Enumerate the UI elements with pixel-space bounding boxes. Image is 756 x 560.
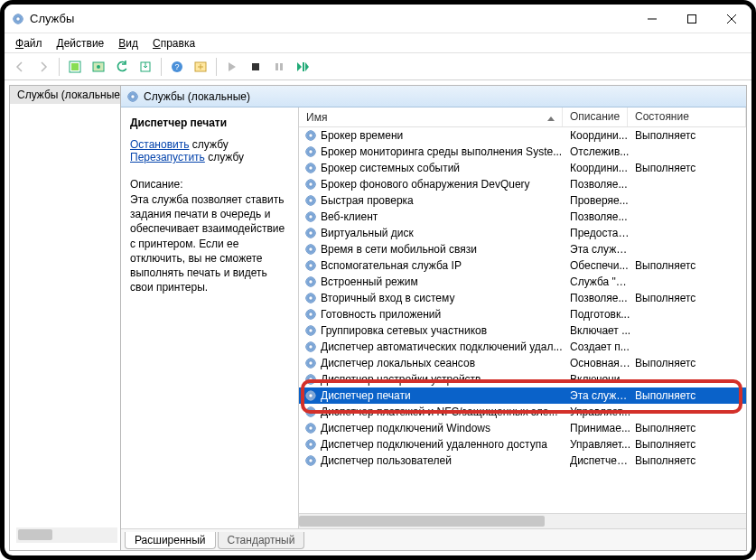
title-bar: Службы [5,5,751,33]
service-row[interactable]: Диспетчер подключений удаленного доступа… [299,436,746,453]
tab-standard[interactable]: Стандартный [218,532,305,549]
toolbar-btn-2[interactable] [89,57,108,77]
sort-indicator-icon [547,111,555,124]
tab-extended[interactable]: Расширенный [125,532,216,549]
svg-rect-13 [280,63,283,70]
service-icon [304,227,317,239]
service-row[interactable]: Брокер фонового обнаружения DevQuery Поз… [299,176,746,192]
service-icon [304,259,317,272]
service-icon [304,243,317,256]
close-button[interactable] [712,5,751,33]
svg-text:?: ? [174,62,179,71]
tree-item-label: Службы (локальные) [17,89,121,101]
service-desc: Позволяе... [570,210,635,223]
service-row[interactable]: Группировка сетевых участников Включает … [299,322,746,339]
col-name[interactable]: Имя [299,107,563,126]
service-name: Брокер системных событий [321,162,570,174]
desc-text: Эта служба позволяет ставить задания печ… [130,192,289,294]
service-row[interactable]: Брокер мониторинга среды выполнения Syst… [299,144,746,160]
col-desc[interactable]: Описание [563,107,628,126]
help-button[interactable]: ? [167,57,187,77]
desc-heading: Описание: [130,178,289,191]
service-name: Брокер мониторинга среды выполнения Syst… [321,145,570,158]
svg-rect-4 [71,63,79,70]
window-title: Службы [30,12,632,25]
column-headers: Имя Описание Состояние [299,107,746,127]
service-name: Встроенный режим [321,275,570,288]
service-desc: Предостав... [570,227,635,239]
service-icon [304,308,317,321]
service-desc: Координи... [570,129,635,142]
refresh-button[interactable] [112,57,132,77]
service-name: Диспетчер платежей и NFC/защищенных эле.… [321,406,570,418]
service-state: Выполняетс [635,259,746,272]
service-desc: Диспетчер... [570,454,635,467]
tree-scrollbar[interactable] [16,527,117,543]
service-description-pane: Диспетчер печати Остановить службу Перез… [121,107,298,528]
service-icon [304,406,317,418]
menu-bar: Файл Действие Вид Справка [5,33,751,53]
maximize-button[interactable] [672,5,712,33]
minimize-button[interactable] [632,5,672,33]
service-row[interactable]: Брокер системных событий Координи... Вып… [299,160,746,176]
service-row[interactable]: Вспомогательная служба IP Обеспечи... Вы… [299,257,746,274]
menu-view[interactable]: Вид [111,35,145,51]
service-icon [304,275,317,288]
service-row[interactable]: Виртуальный диск Предостав... [299,225,746,241]
service-desc: Проверяе... [570,194,635,207]
service-name: Виртуальный диск [321,227,570,239]
service-name: Брокер времени [321,129,570,142]
play-button [222,57,242,77]
service-desc: Основная ... [570,357,635,369]
service-desc: Включает ... [570,324,635,337]
service-row[interactable]: Диспетчер подключений Windows Принимае..… [299,420,746,436]
service-icon [304,210,317,223]
pane-header-label: Службы (локальные) [144,90,250,103]
svg-rect-11 [252,63,259,70]
service-row[interactable]: Время в сети мобильной связи Эта служб..… [299,241,746,257]
toolbar: ? [5,53,751,80]
restart-button[interactable] [293,57,313,77]
view-tabs: Расширенный Стандартный [121,528,746,550]
service-row[interactable]: Веб-клиент Позволяе... [299,209,746,225]
service-row[interactable]: Диспетчер автоматических подключений уда… [299,339,746,355]
pause-button [269,57,289,77]
stop-button[interactable] [246,57,266,77]
service-row[interactable]: Брокер времени Координи... Выполняетс [299,127,746,144]
col-state[interactable]: Состояние [628,107,746,126]
service-icon [304,422,317,434]
menu-action[interactable]: Действие [50,35,112,51]
service-desc: Обеспечи... [570,259,635,272]
service-desc: Позволяе... [570,178,635,191]
service-row[interactable]: Диспетчер настройки устройств Включени..… [299,371,746,387]
service-desc: Эта служб... [570,243,635,256]
service-name: Веб-клиент [321,210,570,223]
service-name: Вспомогательная служба IP [321,259,570,272]
service-row[interactable]: Диспетчер пользователей Диспетчер... Вып… [299,453,746,469]
service-name: Диспетчер печати [321,389,570,402]
tree-item-services[interactable]: Службы (локальные) [10,86,120,104]
app-icon [12,13,24,25]
toolbar-btn-1[interactable] [65,57,85,77]
service-desc: Управляет... [570,438,635,451]
selected-service-name: Диспетчер печати [130,117,289,129]
service-desc: Создает п... [570,341,635,353]
list-horizontal-scrollbar[interactable] [299,513,746,528]
export-button[interactable] [135,57,155,77]
tree-pane: Службы (локальные) [9,85,121,551]
restart-link[interactable]: Перезапустить [130,151,205,163]
service-row[interactable]: Готовность приложений Подготовк... [299,306,746,322]
service-row[interactable]: Диспетчер печати Эта служб... Выполняетс [299,387,746,404]
service-row[interactable]: Диспетчер платежей и NFC/защищенных эле.… [299,404,746,420]
toolbar-btn-5[interactable] [191,57,210,77]
stop-link[interactable]: Остановить [130,138,190,151]
service-row[interactable]: Встроенный режим Служба "В... [299,274,746,290]
service-row[interactable]: Вторичный вход в систему Позволяе... Вып… [299,290,746,306]
service-row[interactable]: Быстрая проверка Проверяе... [299,192,746,209]
menu-help[interactable]: Справка [145,35,202,51]
svg-rect-12 [275,63,278,70]
menu-file[interactable]: Файл [8,35,50,51]
services-list: Имя Описание Состояние Брокер времени Ко… [298,107,746,528]
service-row[interactable]: Диспетчер локальных сеансов Основная ...… [299,355,746,371]
service-icon [304,178,317,191]
